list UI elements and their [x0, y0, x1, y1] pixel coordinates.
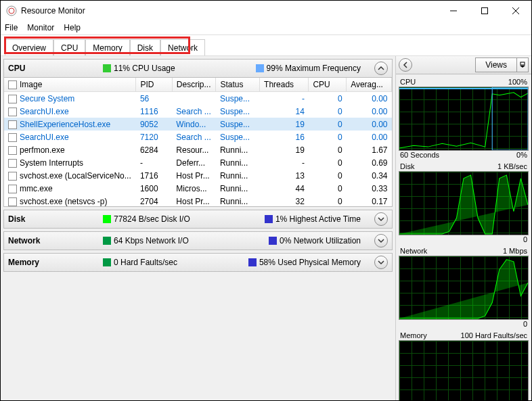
- expand-button[interactable]: [374, 212, 388, 226]
- graph-title: Memory: [400, 331, 427, 339]
- expand-button[interactable]: [374, 256, 388, 269]
- row-checkbox[interactable]: [8, 159, 17, 168]
- table-row[interactable]: SearchUI.exe1116Search ...Suspe...1400.0…: [4, 105, 392, 118]
- network-io-icon: [103, 237, 111, 245]
- row-checkbox[interactable]: [8, 197, 17, 206]
- maximize-button[interactable]: [469, 1, 500, 21]
- graph-title: Disk: [400, 162, 414, 170]
- left-pane: CPU 11% CPU Usage 99% Maximum Frequency …: [1, 56, 395, 400]
- graph-canvas: [399, 87, 529, 151]
- disk-io-label: 77824 B/sec Disk I/O: [114, 214, 190, 224]
- row-checkbox[interactable]: [8, 146, 17, 155]
- row-checkbox[interactable]: [8, 133, 17, 142]
- tab-overview[interactable]: Overview: [5, 39, 53, 55]
- graph-canvas: [399, 171, 529, 235]
- menu-help[interactable]: Help: [64, 23, 81, 32]
- disk-header[interactable]: Disk 77824 B/sec Disk I/O 1% Highest Act…: [4, 210, 392, 228]
- window: Resource Monitor File Monitor Help Overv…: [0, 0, 532, 401]
- table-row[interactable]: perfmon.exe6284Resour...Runni...1901.67: [4, 143, 392, 156]
- graph-canvas: [399, 340, 529, 400]
- menu-monitor[interactable]: Monitor: [27, 23, 54, 32]
- collapse-right-button[interactable]: [399, 58, 412, 72]
- tab-network[interactable]: Network: [160, 39, 205, 55]
- graphs-container[interactable]: CPU100% 60 Seconds0%Disk1 KB/sec 0Networ…: [396, 74, 531, 400]
- cpu-table-wrap[interactable]: Image PID Descrip... Status Threads CPU …: [4, 78, 392, 206]
- checkbox-all[interactable]: [8, 80, 17, 89]
- app-icon: [6, 5, 17, 16]
- network-util-icon: [269, 237, 277, 245]
- cpu-usage-label: 11% CPU Usage: [114, 64, 175, 73]
- network-util-label: 0% Network Utilization: [280, 236, 361, 245]
- close-button[interactable]: [500, 1, 531, 21]
- memory-header[interactable]: Memory 0 Hard Faults/sec 58% Used Physic…: [4, 254, 392, 271]
- graph-canvas: [399, 256, 529, 320]
- memory-section: Memory 0 Hard Faults/sec 58% Used Physic…: [3, 253, 393, 272]
- col-pid[interactable]: PID: [136, 78, 172, 92]
- right-pane: Views CPU100% 60 Seconds0%Disk1 KB/sec 0…: [395, 56, 531, 400]
- row-checkbox[interactable]: [8, 185, 17, 193]
- cpu-freq-label: 99% Maximum Frequency: [267, 64, 361, 73]
- disk-active-icon: [265, 215, 273, 223]
- svg-point-0: [7, 6, 16, 16]
- row-checkbox[interactable]: [8, 120, 17, 129]
- graph-scale-top: 100%: [508, 78, 527, 86]
- row-checkbox[interactable]: [8, 108, 17, 116]
- table-row[interactable]: System Interrupts-Deferr...Runni...-00.6…: [4, 156, 392, 169]
- tab-memory[interactable]: Memory: [85, 39, 129, 55]
- chevron-down-icon[interactable]: [516, 58, 528, 72]
- disk-section: Disk 77824 B/sec Disk I/O 1% Highest Act…: [3, 210, 393, 229]
- network-header[interactable]: Network 64 Kbps Network I/O 0% Network U…: [4, 232, 392, 250]
- table-row[interactable]: svchost.exe (LocalServiceNo...1716Host P…: [4, 169, 392, 182]
- row-checkbox[interactable]: [8, 172, 17, 181]
- cpu-table: Image PID Descrip... Status Threads CPU …: [4, 78, 392, 206]
- graph-cpu: CPU100% 60 Seconds0%: [399, 77, 529, 160]
- graph-scale-top: 1 KB/sec: [497, 162, 527, 170]
- col-threads[interactable]: Threads: [260, 78, 309, 92]
- body: CPU 11% CPU Usage 99% Maximum Frequency …: [1, 56, 531, 400]
- graph-title: Network: [400, 247, 427, 255]
- table-row[interactable]: ShellExperienceHost.exe9052Windo...Suspe…: [4, 118, 392, 131]
- graph-disk: Disk1 KB/sec 0: [399, 162, 529, 245]
- tab-cpu[interactable]: CPU: [53, 39, 85, 55]
- views-label: Views: [476, 60, 516, 70]
- col-desc[interactable]: Descrip...: [172, 78, 216, 92]
- col-status[interactable]: Status: [216, 78, 260, 92]
- window-title: Resource Monitor: [21, 6, 438, 16]
- memory-used-icon: [248, 258, 257, 266]
- network-io-label: 64 Kbps Network I/O: [114, 236, 189, 245]
- minimize-button[interactable]: [438, 1, 469, 21]
- network-section: Network 64 Kbps Network I/O 0% Network U…: [3, 231, 393, 250]
- tab-disk[interactable]: Disk: [130, 39, 160, 55]
- right-header: Views: [396, 56, 531, 74]
- memory-faults-label: 0 Hard Faults/sec: [114, 258, 177, 267]
- graph-scale-top: 100 Hard Faults/sec: [461, 331, 527, 339]
- cpu-usage-icon: [103, 64, 111, 72]
- menu-file[interactable]: File: [5, 23, 18, 32]
- cpu-section: CPU 11% CPU Usage 99% Maximum Frequency …: [3, 59, 393, 207]
- graph-network: Network1 Mbps 0: [399, 246, 529, 329]
- titlebar: Resource Monitor: [1, 1, 531, 21]
- expand-button[interactable]: [374, 234, 388, 247]
- memory-title: Memory: [8, 258, 103, 267]
- window-controls: [438, 1, 531, 21]
- row-checkbox[interactable]: [8, 95, 17, 103]
- disk-active-label: 1% Highest Active Time: [275, 214, 361, 224]
- table-row[interactable]: svchost.exe (netsvcs -p)2704Host Pr...Ru…: [4, 195, 392, 206]
- cpu-header[interactable]: CPU 11% CPU Usage 99% Maximum Frequency: [4, 60, 392, 78]
- svg-rect-3: [482, 8, 488, 14]
- disk-io-icon: [103, 215, 111, 223]
- col-image[interactable]: Image: [4, 78, 136, 92]
- cpu-freq-icon: [256, 64, 264, 72]
- col-cpu[interactable]: CPU: [309, 78, 347, 92]
- table-row[interactable]: Secure System56Suspe...-00.00: [4, 92, 392, 105]
- views-button[interactable]: Views: [475, 57, 529, 72]
- graph-scale-bottom: 0: [523, 235, 527, 243]
- svg-point-1: [9, 8, 14, 14]
- graph-x-label: 60 Seconds: [400, 151, 439, 159]
- table-row[interactable]: mmc.exe1600Micros...Runni...4400.33: [4, 182, 392, 195]
- col-avg[interactable]: Averag...: [347, 78, 392, 92]
- graph-scale-top: 1 Mbps: [503, 247, 527, 255]
- graph-memory: Memory100 Hard Faults/sec: [399, 331, 529, 400]
- collapse-button[interactable]: [374, 62, 388, 75]
- table-row[interactable]: SearchUI.exe7120Search ...Suspe...1600.0…: [4, 131, 392, 143]
